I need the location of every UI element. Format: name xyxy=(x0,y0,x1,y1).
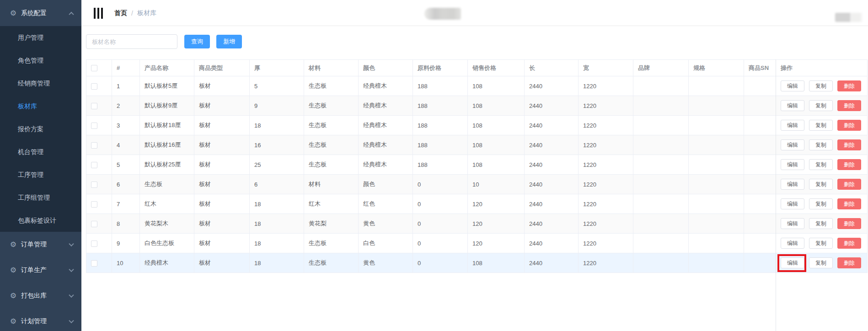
actions-group: 编辑复制删除 xyxy=(781,139,867,150)
delete-button[interactable]: 删除 xyxy=(837,198,861,209)
row-checkbox[interactable] xyxy=(91,123,97,129)
delete-button[interactable]: 删除 xyxy=(837,238,861,249)
edit-button[interactable]: 编辑 xyxy=(781,139,804,150)
table-cell: 108 xyxy=(468,155,525,175)
actions-cell: 编辑复制删除 xyxy=(776,175,868,194)
table-row[interactable]: 8黄花梨木板材18黄花梨黄色012024401220编辑复制删除 xyxy=(86,214,868,234)
actions-cell: 编辑复制删除 xyxy=(776,76,868,96)
row-checkbox[interactable] xyxy=(91,162,97,168)
table-row[interactable]: 2默认板材9厘板材9生态板经典檀木18810824401220编辑复制删除 xyxy=(86,96,868,116)
add-button[interactable]: 新增 xyxy=(216,35,242,48)
table-cell: 0 xyxy=(413,253,468,273)
edit-button[interactable]: 编辑 xyxy=(781,179,804,190)
sidebar-item[interactable]: 工序管理 xyxy=(0,163,81,186)
table-row[interactable]: 6生态板板材6材料颜色01024401220编辑复制删除 xyxy=(86,175,868,194)
delete-button[interactable]: 删除 xyxy=(837,139,861,150)
delete-button[interactable]: 删除 xyxy=(837,179,861,190)
sidebar-toggle-icon[interactable] xyxy=(94,8,107,19)
breadcrumb-home[interactable]: 首页 xyxy=(114,9,127,17)
breadcrumb: 首页 / 板材库 xyxy=(114,0,156,26)
sidebar-item[interactable]: 机台管理 xyxy=(0,140,81,163)
table-cell: 经典檀木 xyxy=(359,155,413,175)
delete-button[interactable]: 删除 xyxy=(837,120,861,131)
edit-button[interactable]: 编辑 xyxy=(781,198,804,209)
sidebar-group-header[interactable]: ⚙订单管理 xyxy=(0,232,81,257)
table-cell: 经典檀木 xyxy=(359,96,413,116)
table-cell xyxy=(689,155,744,175)
sidebar-item[interactable]: 包裹标签设计 xyxy=(0,209,81,232)
row-checkbox[interactable] xyxy=(91,103,97,109)
table-cell: 6 xyxy=(250,175,304,194)
row-checkbox[interactable] xyxy=(91,260,97,267)
copy-button[interactable]: 复制 xyxy=(809,80,833,91)
delete-button[interactable]: 删除 xyxy=(837,257,861,268)
edit-button[interactable]: 编辑 xyxy=(781,159,804,170)
sidebar-item[interactable]: 板材库 xyxy=(0,95,81,117)
copy-button[interactable]: 复制 xyxy=(809,238,833,249)
table-row[interactable]: 9白色生态板板材18生态板白色012024401220编辑复制删除 xyxy=(86,234,868,253)
chevron-up-icon xyxy=(69,11,74,16)
table-row[interactable]: 3默认板材18厘板材18生态板经典檀木18810824401220编辑复制删除 xyxy=(86,116,868,135)
copy-button[interactable]: 复制 xyxy=(809,120,833,131)
edit-button[interactable]: 编辑 xyxy=(781,218,804,229)
edit-button[interactable]: 编辑 xyxy=(781,120,804,131)
row-checkbox[interactable] xyxy=(91,83,97,90)
table-row[interactable]: 4默认板材16厘板材16生态板经典檀木18810824401220编辑复制删除 xyxy=(86,135,868,155)
edit-button[interactable]: 编辑 xyxy=(781,257,804,268)
table-cell: 108 xyxy=(468,135,525,155)
sidebar-group-header[interactable]: ⚙系统配置 xyxy=(0,0,81,26)
sidebar-group-header[interactable]: ⚙计划管理 xyxy=(0,309,81,331)
fixed-column-divider xyxy=(776,59,776,331)
copy-button[interactable]: 复制 xyxy=(809,257,833,268)
row-checkbox[interactable] xyxy=(91,142,97,149)
delete-button[interactable]: 删除 xyxy=(837,159,861,170)
copy-button[interactable]: 复制 xyxy=(809,139,833,150)
sidebar-item[interactable]: 角色管理 xyxy=(0,49,81,72)
table-header-row: #产品名称商品类型厚材料颜色原料价格销售价格长宽品牌规格商品SN操作 xyxy=(86,60,868,76)
row-checkbox-cell xyxy=(86,155,112,175)
query-button[interactable]: 查询 xyxy=(184,35,210,48)
copy-button[interactable]: 复制 xyxy=(809,179,833,190)
table-cell: 红色 xyxy=(359,194,413,214)
actions-group: 编辑复制删除 xyxy=(781,198,867,209)
row-checkbox[interactable] xyxy=(91,240,97,247)
table-cell: 9 xyxy=(250,96,304,116)
sidebar-item[interactable]: 工序组管理 xyxy=(0,186,81,209)
table-cell: 108 xyxy=(468,96,525,116)
sidebar-group-header[interactable]: ⚙打包出库 xyxy=(0,283,81,309)
copy-button[interactable]: 复制 xyxy=(809,159,833,170)
table-row[interactable]: 10经典檀木板材18生态板黄色010824401220编辑复制删除 xyxy=(86,253,868,273)
table-cell: 板材 xyxy=(194,76,250,96)
sidebar-item[interactable]: 报价方案 xyxy=(0,117,81,140)
table-cell xyxy=(689,135,744,155)
actions-group: 编辑复制删除 xyxy=(781,159,867,170)
row-checkbox[interactable] xyxy=(91,182,97,188)
edit-button[interactable]: 编辑 xyxy=(781,238,804,249)
edit-button[interactable]: 编辑 xyxy=(781,80,804,91)
select-all-checkbox[interactable] xyxy=(91,65,97,71)
redacted-label xyxy=(424,8,461,20)
table-cell: 材料 xyxy=(304,175,359,194)
sidebar-group-header[interactable]: ⚙订单生产 xyxy=(0,257,81,283)
row-checkbox[interactable] xyxy=(91,221,97,227)
table-cell: 生态板 xyxy=(304,155,359,175)
sidebar-item[interactable]: 用户管理 xyxy=(0,26,81,49)
delete-button[interactable]: 删除 xyxy=(837,218,861,229)
table-cell xyxy=(633,76,689,96)
table-cell: 2440 xyxy=(525,116,579,135)
actions-group: 编辑复制删除 xyxy=(781,100,867,111)
delete-button[interactable]: 删除 xyxy=(837,100,861,111)
sidebar-group-label: 订单生产 xyxy=(21,266,47,274)
copy-button[interactable]: 复制 xyxy=(809,198,833,209)
edit-button[interactable]: 编辑 xyxy=(781,100,804,111)
copy-button[interactable]: 复制 xyxy=(809,100,833,111)
sidebar-item[interactable]: 经销商管理 xyxy=(0,72,81,95)
row-checkbox[interactable] xyxy=(91,201,97,208)
copy-button[interactable]: 复制 xyxy=(809,218,833,229)
table-row[interactable]: 7红木板材18红木红色012024401220编辑复制删除 xyxy=(86,194,868,214)
search-input[interactable] xyxy=(86,34,177,49)
table-row[interactable]: 1默认板材5厘板材5生态板经典檀木18810824401220编辑复制删除 xyxy=(86,76,868,96)
delete-button[interactable]: 删除 xyxy=(837,80,861,91)
actions-group: 编辑复制删除 xyxy=(781,120,867,131)
table-row[interactable]: 5默认板材25厘板材25生态板经典檀木18810824401220编辑复制删除 xyxy=(86,155,868,175)
